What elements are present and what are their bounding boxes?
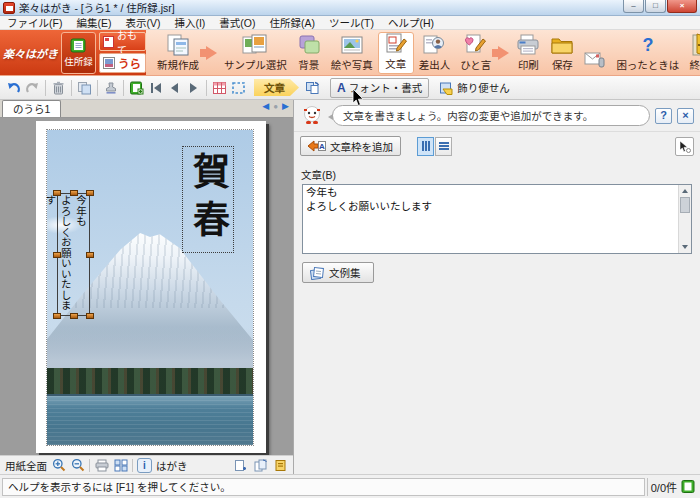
- resize-handle[interactable]: [86, 252, 94, 258]
- textarea-scrollbar[interactable]: [678, 185, 691, 253]
- pointer-mode-button[interactable]: [675, 137, 694, 156]
- background-button[interactable]: 背景: [292, 32, 326, 74]
- new-document-icon: [166, 33, 190, 57]
- mail-button[interactable]: [579, 32, 611, 74]
- sender-button[interactable]: 差出人: [414, 32, 456, 74]
- nav-first-button[interactable]: [146, 78, 165, 97]
- copy-frame-button[interactable]: [75, 78, 94, 97]
- scroll-up-icon[interactable]: [679, 185, 691, 197]
- mail-envelope-icon: [584, 46, 606, 72]
- picture-photo-button[interactable]: 絵や写真: [326, 32, 378, 74]
- resize-handle[interactable]: [70, 190, 78, 196]
- flow-arrow-icon: [206, 46, 217, 60]
- title-bar: 楽々はがき - [うら1 * / 住所録.jsr] – □ ×: [0, 0, 700, 16]
- sample-select-icon: [242, 33, 268, 57]
- zoom-in-button[interactable]: [51, 458, 66, 473]
- one-word-icon: [464, 33, 488, 57]
- duplicate-page-button[interactable]: [253, 458, 268, 473]
- greeting-title-frame[interactable]: 賀春: [182, 146, 234, 253]
- resize-handle[interactable]: [70, 313, 78, 319]
- redo-button[interactable]: [23, 78, 42, 97]
- brand-logo: 楽々はがき: [3, 45, 58, 61]
- main-toolbar: 楽々はがき 住所録 おもて うら: [0, 30, 700, 76]
- toolbar-actions: 新規作成 サンプル選択 背景 絵や写真: [146, 30, 700, 75]
- panel-help-button[interactable]: ?: [655, 108, 672, 124]
- add-page-button[interactable]: [233, 458, 248, 473]
- select-frame-button[interactable]: [229, 78, 248, 97]
- save-button[interactable]: 保存: [545, 32, 579, 74]
- panel-close-button[interactable]: ×: [677, 108, 694, 124]
- exit-button[interactable]: 終了: [684, 32, 700, 74]
- field-table-button[interactable]: [210, 78, 229, 97]
- decoration-stationery-button[interactable]: 飾り便せん: [435, 78, 514, 98]
- resize-handle[interactable]: [53, 190, 61, 196]
- resize-handle[interactable]: [86, 313, 94, 319]
- preview-pane: のうら1 ◀ ● ▶ 賀春: [0, 100, 294, 474]
- addressbook-small-icon[interactable]: [127, 78, 146, 97]
- font-a-icon: A: [337, 82, 346, 94]
- picture-photo-icon: [340, 33, 364, 57]
- switch-view-button[interactable]: [303, 78, 322, 97]
- add-text-frame-button[interactable]: A 文章枠を追加: [300, 136, 401, 156]
- front-page-icon: [103, 36, 114, 48]
- back-side-button[interactable]: うら: [99, 53, 146, 73]
- menu-bar: ファイル(F) 編集(E) 表示(V) 挿入(I) 書式(O) 住所録(A) ツ…: [0, 16, 700, 30]
- example-phrases-button[interactable]: 文例集: [302, 262, 374, 283]
- menu-format[interactable]: 書式(O): [212, 15, 262, 30]
- mist-layer: [47, 328, 253, 372]
- postcard-canvas[interactable]: 賀春 今年も よろしくお願いいたします: [0, 118, 293, 455]
- text-edit-panel: 文章を書きましょう。内容の変更や追加ができます。 ? × A 文章枠を追加: [294, 100, 700, 474]
- nav-prev-button[interactable]: [165, 78, 184, 97]
- page-tab[interactable]: のうら1: [2, 100, 61, 117]
- menu-help[interactable]: ヘルプ(H): [381, 15, 441, 30]
- postcard-page[interactable]: 賀春 今年も よろしくお願いいたします: [36, 121, 266, 453]
- delete-page-button[interactable]: [273, 458, 288, 473]
- tab-prev-icon[interactable]: ◀: [262, 102, 269, 111]
- one-word-button[interactable]: ひと言: [455, 32, 496, 74]
- paper-info-button[interactable]: i: [137, 458, 152, 473]
- undo-button[interactable]: [4, 78, 23, 97]
- front-side-button[interactable]: おもて: [99, 32, 146, 51]
- vertical-text-toggle[interactable]: [417, 137, 434, 156]
- paper-type-label: はがき: [156, 458, 188, 473]
- zoom-mode-label[interactable]: 用紙全面: [5, 458, 47, 473]
- selected-text-frame[interactable]: 今年も よろしくお願いいたします: [57, 193, 90, 316]
- lake-water: [47, 394, 253, 445]
- zoom-out-button[interactable]: [70, 458, 85, 473]
- resize-handle[interactable]: [86, 190, 94, 196]
- grid-view-button[interactable]: [113, 458, 128, 473]
- save-folder-icon: [550, 33, 574, 57]
- toolbar-brand-block: 楽々はがき 住所録 おもて うら: [0, 30, 146, 75]
- address-book-button[interactable]: 住所録: [61, 32, 96, 74]
- scrollbar-thumb[interactable]: [680, 197, 690, 213]
- maximize-button[interactable]: □: [645, 0, 666, 13]
- svg-text:A: A: [319, 142, 325, 151]
- exit-door-icon: [690, 33, 700, 57]
- resize-handle[interactable]: [53, 252, 61, 258]
- nav-next-button[interactable]: [184, 78, 203, 97]
- close-button[interactable]: ×: [667, 0, 697, 13]
- text-content-textarea[interactable]: 今年も よろしくお願いいたします: [303, 185, 678, 253]
- resize-handle[interactable]: [53, 313, 61, 319]
- scroll-down-icon[interactable]: [679, 241, 691, 253]
- menu-addressbook[interactable]: 住所録(A): [263, 15, 323, 30]
- stamp-button[interactable]: [101, 78, 120, 97]
- new-document-button[interactable]: 新規作成: [152, 32, 204, 74]
- help-button[interactable]: ? 困ったときは: [611, 32, 684, 74]
- tab-next-icon[interactable]: ▶: [282, 102, 289, 111]
- menu-insert[interactable]: 挿入(I): [167, 15, 212, 30]
- greeting-title-text: 賀春: [190, 147, 227, 252]
- sample-select-button[interactable]: サンプル選択: [219, 32, 292, 74]
- print-preview-button[interactable]: [94, 458, 109, 473]
- font-format-button[interactable]: A フォント・書式: [330, 78, 429, 98]
- decoration-icon: [439, 81, 454, 95]
- menu-tools[interactable]: ツール(T): [322, 15, 381, 30]
- menu-edit[interactable]: 編集(E): [69, 15, 118, 30]
- horizontal-text-toggle[interactable]: [435, 137, 452, 156]
- text-tool-button[interactable]: 文章: [378, 32, 414, 74]
- print-button[interactable]: 印刷: [511, 32, 545, 74]
- minimize-button[interactable]: –: [623, 0, 644, 13]
- menu-file[interactable]: ファイル(F): [0, 15, 69, 30]
- delete-trash-button[interactable]: [49, 78, 68, 97]
- text-content-box: 今年も よろしくお願いいたします: [302, 184, 692, 254]
